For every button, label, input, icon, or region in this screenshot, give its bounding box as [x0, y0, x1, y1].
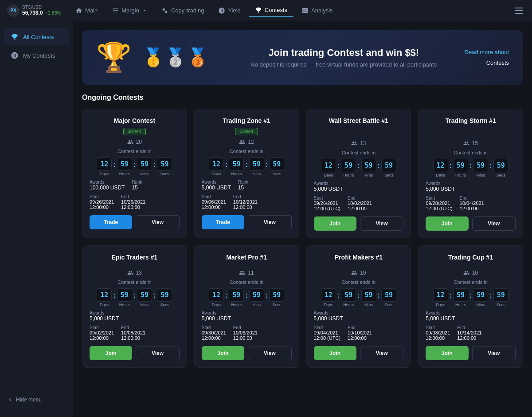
nav-items: Main Margin Copy-trading Yield Contests … [69, 4, 513, 17]
contest-grid-row2: Epic Traders #1 13 Contest ends in 12Day… [82, 245, 523, 368]
section-ongoing: Ongoing Contests Major Contest Joined 20… [82, 94, 523, 368]
joined-badge: Joined [235, 128, 258, 135]
btc-change: +0.83% [45, 10, 62, 16]
contest-card-market-pro: Market Pro #1 11 Contest ends in 12Days … [194, 245, 299, 368]
card-title: Profit Makers #1 [314, 254, 404, 261]
contest-card-trading-zone: Trading Zone #1 Joined 12 Contest ends i… [194, 109, 299, 238]
sidebar-my-contests-label: My Contests [23, 52, 55, 59]
banner-trophy: 🏆 [96, 41, 132, 74]
banner-medals: 🥇🥈🥉 [142, 47, 209, 68]
medal-icon [11, 51, 19, 59]
countdown: 12Days : 59Hours : 59Mins : 59Secs [202, 157, 292, 176]
logo-icon: PX [7, 4, 20, 17]
main-content: 🏆 🥇🥈🥉 Join trading Contest and win $$! N… [73, 21, 532, 417]
chevron-left-icon [7, 397, 13, 403]
sidebar-all-contests-label: All Contests [23, 34, 54, 40]
nav-item-main[interactable]: Main [69, 4, 104, 17]
nav-item-contests[interactable]: Contests [249, 4, 293, 17]
ends-label: Contest ends in [90, 149, 180, 154]
nav-item-copy-trading[interactable]: Copy-trading [155, 4, 210, 17]
banner: 🏆 🥇🥈🥉 Join trading Contest and win $$! N… [82, 30, 523, 85]
contest-card-trading-cup: Trading Cup #1 10 Contest ends in 12Days… [418, 245, 523, 368]
participants: 10 [426, 270, 516, 276]
view-button[interactable]: View [360, 346, 403, 360]
nav-analysis-label: Analysis [311, 7, 332, 14]
view-button[interactable]: View [136, 346, 179, 360]
hamburger-button[interactable] [513, 6, 525, 16]
banner-link[interactable]: Read more about Contests [465, 47, 509, 68]
countdown: 12Days : 59Hours : 59Mins : 59Secs [426, 288, 516, 307]
countdown: 12Days : 59Hours : 59Mins : 59Secs [90, 288, 180, 307]
sidebar-item-all-contests[interactable]: All Contests [4, 28, 69, 45]
banner-link-subtext: Contests [486, 59, 509, 66]
svg-point-0 [163, 8, 165, 10]
ends-label: Contest ends in [202, 279, 292, 285]
trophy-icon [11, 33, 19, 41]
svg-point-1 [165, 11, 167, 13]
btc-price: 56,738.0 [22, 10, 43, 16]
banner-subtitle: No deposit is required — free virtual fu… [223, 61, 465, 68]
card-title: Wall Street Battle #1 [314, 117, 404, 124]
trade-button[interactable]: Trade [202, 215, 244, 229]
countdown: 12Days : 59Hours : 59Mins : 59Secs [426, 159, 516, 177]
logo[interactable]: PX BTC/USD 56,738.0 +0.83% [7, 4, 69, 17]
contest-card-trading-storm: Trading Storm #1 15 Contest ends in 12Da… [418, 109, 523, 238]
banner-title: Join trading Contest and win $$! [223, 47, 465, 59]
contest-card-epic-traders: Epic Traders #1 13 Contest ends in 12Day… [82, 245, 187, 368]
topnav: PX BTC/USD 56,738.0 +0.83% Main Margin C… [0, 0, 532, 21]
nav-item-margin[interactable]: Margin [106, 4, 153, 17]
nav-item-yield[interactable]: Yield [212, 4, 246, 17]
join-button[interactable]: Join [90, 346, 132, 360]
nav-yield-label: Yield [228, 7, 240, 14]
participants: 13 [90, 270, 180, 276]
participants: 13 [314, 140, 404, 146]
view-button[interactable]: View [472, 216, 516, 231]
countdown: 12Days : 59Hours : 59Mins : 59Secs [314, 288, 404, 307]
participants: 10 [314, 270, 404, 276]
nav-margin-label: Margin [121, 7, 139, 14]
nav-item-analysis[interactable]: Analysis [295, 4, 339, 17]
view-button[interactable]: View [248, 346, 291, 360]
contest-card-profit-makers: Profit Makers #1 10 Contest ends in 12Da… [306, 245, 411, 368]
ends-label: Contest ends in [426, 150, 516, 155]
section-title: Ongoing Contests [82, 94, 523, 102]
sidebar-items: All Contests My Contests [0, 28, 73, 64]
join-button[interactable]: Join [426, 346, 468, 360]
contest-card-major: Major Contest Joined 20 Contest ends in … [82, 109, 187, 238]
banner-text: Join trading Contest and win $$! No depo… [223, 47, 465, 68]
join-button[interactable]: Join [426, 216, 468, 231]
join-button[interactable]: Join [314, 216, 356, 231]
countdown: 12Days : 59Hours : 59Mins : 59Secs [90, 157, 180, 176]
view-button[interactable]: View [360, 216, 403, 231]
sidebar: All Contests My Contests Hide menu [0, 21, 73, 417]
join-button[interactable]: Join [202, 346, 244, 360]
banner-link-text: Read more about [465, 49, 509, 55]
countdown: 12Days : 59Hours : 59Mins : 59Secs [202, 288, 292, 307]
joined-badge: Joined [123, 128, 146, 135]
card-title: Market Pro #1 [202, 254, 292, 261]
trade-button[interactable]: Trade [90, 215, 132, 229]
card-title: Trading Cup #1 [426, 254, 516, 261]
join-button[interactable]: Join [314, 346, 356, 360]
ends-label: Contest ends in [202, 149, 292, 154]
ends-label: Contest ends in [314, 279, 404, 285]
ends-label: Contest ends in [90, 279, 180, 285]
card-title: Trading Storm #1 [426, 117, 516, 124]
contest-grid-row1: Major Contest Joined 20 Contest ends in … [82, 109, 523, 238]
sidebar-item-my-contests[interactable]: My Contests [4, 47, 69, 64]
view-button[interactable]: View [472, 346, 516, 360]
nav-contests-label: Contests [265, 7, 287, 13]
participants: 15 [426, 140, 516, 146]
ends-label: Contest ends in [426, 279, 516, 285]
participants: 12 [202, 139, 292, 145]
participants: 20 [90, 139, 180, 145]
participants: 11 [202, 270, 292, 276]
hide-menu-button[interactable]: Hide menu [0, 389, 73, 410]
card-title: Epic Traders #1 [90, 254, 180, 261]
nav-main-label: Main [85, 7, 98, 14]
nav-copytrading-label: Copy-trading [171, 7, 204, 14]
hide-menu-label: Hide menu [16, 397, 42, 403]
card-title: Trading Zone #1 [202, 117, 292, 124]
view-button[interactable]: View [248, 215, 291, 229]
view-button[interactable]: View [136, 215, 179, 229]
